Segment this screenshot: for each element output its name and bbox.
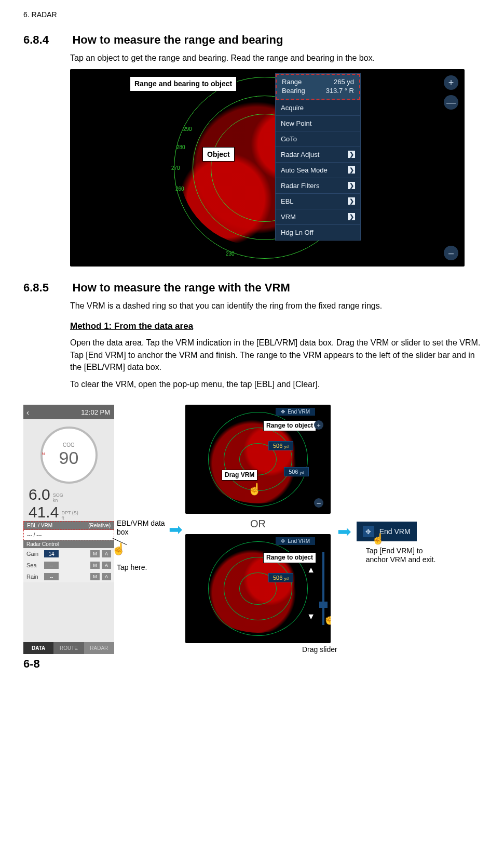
popup-item-hdg-ln-off[interactable]: Hdg Ln Off <box>276 224 360 240</box>
zoom-in-button[interactable]: + <box>444 75 458 90</box>
callout-range-bearing: Range and bearing to object <box>130 76 237 91</box>
tab-data[interactable]: DATA <box>23 642 53 654</box>
tab-route[interactable]: ROUTE <box>53 642 84 654</box>
cog-label: COG <box>63 442 75 448</box>
drag-slider-annotation: Drag slider <box>302 645 337 654</box>
eblvrm-values[interactable]: --- / --- <box>23 530 114 540</box>
bearing-tick: 260 <box>175 186 184 192</box>
sea-auto-button[interactable]: A <box>102 562 111 569</box>
sea-value[interactable]: -- <box>44 562 59 569</box>
rain-row: Rain -- M A <box>23 571 114 582</box>
popup-item-radar-filters[interactable]: Radar Filters❯ <box>276 178 360 193</box>
chevron-right-icon: ❯ <box>348 213 355 220</box>
dpt-readout: 41.4 DPT (S)ft <box>23 503 114 521</box>
arrow-right-icon: ➡ <box>337 522 351 541</box>
drag-hand-icon: ☝ <box>323 612 331 625</box>
rain-value[interactable]: -- <box>44 573 59 580</box>
zoom-out-button[interactable]: – <box>444 246 458 260</box>
popup-range-bearing-box: Range265 yd Bearing313.7 ° R <box>276 74 360 100</box>
gain-value[interactable]: 14 <box>44 550 59 557</box>
section-6-8-4: 6.8.4 How to measure the range and beari… <box>23 33 481 267</box>
move-icon: ✥ <box>281 538 285 544</box>
zoom-out-button-top[interactable]: — <box>444 95 458 110</box>
page: 6. RADAR 6.8.4 How to measure the range … <box>0 0 504 675</box>
popup-bearing-value: 313.7 ° R <box>326 87 354 96</box>
radar-mini-column: ✥End VRM Range to object 506 yd 506 yd D… <box>185 405 337 654</box>
popup-item-radar-adjust[interactable]: Radar Adjust❯ <box>276 147 360 162</box>
callout-object: Object <box>202 147 235 162</box>
chevron-right-icon: ❯ <box>348 182 355 189</box>
clock: 12:02 PM <box>81 408 110 416</box>
popup-item-vrm[interactable]: VRM❯ <box>276 209 360 224</box>
move-icon: ✥ <box>281 409 285 415</box>
popup-item-auto-sea-mode[interactable]: Auto Sea Mode❯ <box>276 162 360 178</box>
bearing-tick: 270 <box>171 165 180 171</box>
tap-hand-icon: ☝ <box>112 542 126 556</box>
section-number: 6.8.5 <box>23 281 70 295</box>
data-area-header: ‹ 12:02 PM <box>23 405 114 419</box>
range-value-pill: 506 yd <box>268 441 293 450</box>
radar-control-header: Radar Control <box>23 540 114 548</box>
rain-manual-button[interactable]: M <box>90 573 100 580</box>
plus-icon: + <box>448 77 454 88</box>
method-heading: Method 1: From the data area <box>70 321 481 331</box>
context-popup: Range265 yd Bearing313.7 ° R Acquire New… <box>275 73 361 241</box>
section-number: 6.8.4 <box>23 33 70 47</box>
popup-item-goto[interactable]: GoTo <box>276 131 360 147</box>
chevron-right-icon: ❯ <box>348 197 355 205</box>
sea-manual-button[interactable]: M <box>90 562 100 569</box>
figure-radar-popup: 270 280 290 260 90 80 100 110 230 + — – … <box>70 69 465 267</box>
chevron-right-icon: ❯ <box>348 151 355 158</box>
sog-readout: 6.0 SOGkn <box>23 486 114 503</box>
right-column: ➡ ✥ End VRM ☝ Tap [End VRM] to anchor VR… <box>337 405 439 564</box>
cog-value: 90 <box>59 448 79 468</box>
range-to-object-label: Range to object <box>263 552 316 563</box>
figure-row-vrm: ‹ 12:02 PM COG 90 N 6.0 SOGkn 41.4 DPT (… <box>23 405 481 654</box>
page-number: 6-8 <box>23 657 40 671</box>
tap-hand-icon: ☝ <box>372 532 385 545</box>
tab-radar[interactable]: RADAR <box>84 642 114 654</box>
eblvrm-annotation: EBL/VRM data box <box>117 519 166 537</box>
compass-n-mark: N <box>42 451 45 456</box>
tap-end-vrm-annotation: Tap [End VRM] to anchor VRM and exit. <box>366 547 439 564</box>
end-vrm-pill-small[interactable]: ✥End VRM <box>276 408 315 416</box>
bearing-tick: 280 <box>176 144 185 150</box>
arrow-right-icon: ➡ <box>169 520 183 539</box>
cog-gauge: COG 90 N <box>40 427 98 484</box>
running-header: 6. RADAR <box>23 10 481 19</box>
popup-range-label: Range <box>282 78 302 87</box>
gain-manual-button[interactable]: M <box>90 550 100 557</box>
popup-item-ebl[interactable]: EBL❯ <box>276 193 360 209</box>
radar-mini-drag-vrm: ✥End VRM Range to object 506 yd 506 yd D… <box>185 405 331 514</box>
minus-icon: – <box>448 248 454 259</box>
side-annotations-left: EBL/VRM data box ☝ Tap here. <box>114 405 166 571</box>
popup-range-value: 265 yd <box>334 78 354 87</box>
range-value-pill: 506 yd <box>268 573 293 582</box>
rain-auto-button[interactable]: A <box>102 573 111 580</box>
rain-label: Rain <box>26 574 42 580</box>
gain-row: Gain 14 M A <box>23 548 114 560</box>
vrm-slider-knob[interactable] <box>319 602 328 608</box>
popup-item-acquire[interactable]: Acquire <box>276 100 360 115</box>
collapse-chevron-icon[interactable]: ‹ <box>26 408 29 417</box>
drag-vrm-label: Drag VRM <box>222 470 257 481</box>
section-paragraph: To clear the VRM, open the pop-up menu, … <box>70 378 481 390</box>
slider-arrow-down-icon: ▼ <box>307 612 315 621</box>
sea-label: Sea <box>26 562 42 568</box>
end-vrm-button-big[interactable]: ✥ End VRM ☝ <box>357 522 417 541</box>
popup-item-new-point[interactable]: New Point <box>276 115 360 131</box>
zoom-out-button[interactable]: – <box>314 498 323 508</box>
eblvrm-header[interactable]: EBL / VRM (Relative) <box>23 521 114 530</box>
tap-here-annotation: Tap here. <box>117 563 166 572</box>
drag-hand-icon: ☝ <box>248 483 262 496</box>
zoom-in-button[interactable]: + <box>314 420 323 430</box>
data-area-tabs: DATA ROUTE RADAR <box>23 642 114 654</box>
minus-icon: — <box>446 97 456 108</box>
flow-arrow-1: ➡ <box>166 405 185 654</box>
end-vrm-pill-small[interactable]: ✥End VRM <box>276 537 315 545</box>
gain-auto-button[interactable]: A <box>102 550 111 557</box>
section-title: How to measure the range with the VRM <box>72 281 290 295</box>
slider-arrow-up-icon: ▲ <box>307 565 315 575</box>
sea-row: Sea -- M A <box>23 560 114 571</box>
chevron-right-icon: ❯ <box>348 166 355 174</box>
